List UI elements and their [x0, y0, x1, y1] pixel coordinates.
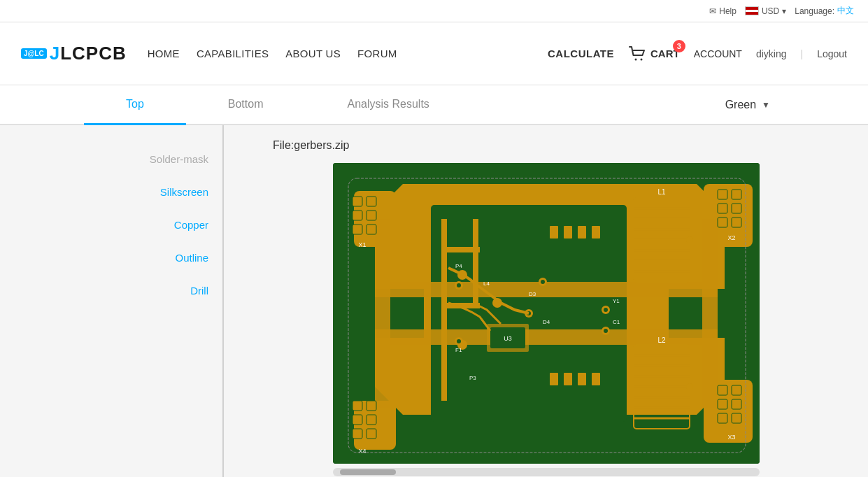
logo-badge: J@LC — [21, 48, 47, 59]
nav-home[interactable]: HOME — [148, 48, 180, 59]
svg-text:D4: D4 — [543, 319, 550, 325]
cart-area[interactable]: 3 CART — [628, 45, 680, 62]
svg-rect-23 — [550, 226, 558, 239]
tab-bottom[interactable]: Bottom — [186, 85, 306, 125]
svg-rect-54 — [367, 211, 376, 220]
svg-rect-59 — [367, 401, 376, 411]
svg-text:P4: P4 — [455, 263, 462, 269]
svg-rect-56 — [367, 225, 376, 234]
svg-point-40 — [686, 236, 693, 243]
logo-text: JLCPCB — [50, 43, 127, 64]
logo-rest: LCPCB — [60, 43, 127, 64]
currency-label: USD — [762, 6, 779, 16]
svg-text:L4: L4 — [483, 280, 490, 287]
nav-capabilities[interactable]: CAPABILITIES — [197, 48, 269, 59]
svg-point-90 — [457, 339, 461, 343]
account-label[interactable]: ACCOUNT — [694, 48, 742, 59]
header-right: CALCULATE 3 CART ACCOUNT diyking | Logou… — [548, 45, 847, 62]
svg-rect-28 — [564, 373, 572, 385]
sidebar: Solder-mask Silkscreen Copper Outline Dr… — [0, 125, 224, 477]
svg-text:P3: P3 — [469, 375, 476, 381]
pcb-area: File:gerbers.zip — [224, 125, 868, 477]
svg-text:F1: F1 — [455, 347, 462, 353]
svg-rect-10 — [375, 219, 390, 408]
file-label: File:gerbers.zip — [273, 139, 349, 152]
main-content: Solder-mask Silkscreen Copper Outline Dr… — [0, 125, 868, 477]
scroll-bar[interactable] — [333, 468, 760, 476]
svg-rect-70 — [732, 218, 741, 227]
help-label: Help — [719, 6, 737, 16]
svg-text:X2: X2 — [727, 234, 735, 241]
svg-rect-11 — [702, 219, 718, 408]
svg-text:Y1: Y1 — [613, 298, 620, 304]
color-selector[interactable]: Green ▼ — [725, 85, 784, 124]
tab-bar: Top Bottom Analysis Results Green ▼ — [0, 85, 868, 125]
svg-rect-63 — [367, 429, 376, 439]
pcb-viewer[interactable]: U3 L1 — [333, 163, 760, 464]
flag-icon — [745, 6, 759, 15]
svg-rect-26 — [592, 226, 600, 239]
currency-item[interactable]: USD ▾ — [745, 6, 786, 16]
svg-text:U3: U3 — [504, 335, 512, 342]
svg-rect-9 — [375, 329, 718, 345]
svg-rect-73 — [732, 385, 741, 395]
svg-rect-27 — [550, 373, 558, 385]
svg-text:X4: X4 — [358, 448, 366, 455]
pcb-svg: U3 L1 — [333, 163, 760, 464]
sidebar-item-outline[interactable]: Outline — [175, 252, 208, 264]
svg-text:L2: L2 — [657, 336, 666, 344]
svg-text:X1: X1 — [358, 241, 366, 248]
svg-rect-14 — [441, 247, 480, 252]
tab-top[interactable]: Top — [84, 85, 186, 125]
top-bar: ✉ Help USD ▾ Language: 中文 — [0, 0, 868, 22]
svg-rect-75 — [732, 399, 741, 409]
svg-rect-51 — [353, 197, 362, 206]
help-item[interactable]: ✉ Help — [709, 6, 737, 16]
sidebar-item-copper[interactable]: Copper — [174, 219, 208, 231]
sidebar-item-solder-mask: Solder-mask — [150, 153, 208, 165]
currency-arrow: ▾ — [782, 6, 786, 16]
logout-button[interactable]: Logout — [817, 48, 847, 59]
svg-text:X3: X3 — [727, 434, 735, 441]
nav-forum[interactable]: FORUM — [357, 48, 397, 59]
svg-point-98 — [604, 329, 608, 333]
svg-rect-66 — [732, 190, 741, 199]
language-value: 中文 — [837, 5, 854, 17]
user-label[interactable]: diyking — [756, 48, 787, 59]
logo-j: J — [50, 43, 60, 64]
language-item[interactable]: Language: 中文 — [795, 5, 854, 17]
svg-rect-68 — [732, 204, 741, 213]
svg-rect-72 — [718, 385, 727, 395]
main-nav: HOME CAPABILITIES ABOUT US FORUM — [148, 48, 548, 59]
cart-icon — [628, 45, 648, 62]
language-prefix: Language: — [795, 6, 834, 16]
svg-point-94 — [541, 280, 545, 284]
nav-about[interactable]: ABOUT US — [285, 48, 341, 59]
separator: | — [801, 48, 804, 59]
scroll-thumb[interactable] — [340, 469, 396, 475]
sidebar-item-silkscreen[interactable]: Silkscreen — [160, 186, 208, 198]
svg-point-0 — [635, 58, 637, 60]
svg-rect-67 — [718, 204, 727, 213]
svg-rect-65 — [718, 190, 727, 199]
svg-rect-13 — [473, 219, 478, 303]
tab-analysis[interactable]: Analysis Results — [305, 85, 471, 125]
svg-rect-69 — [718, 218, 727, 227]
cart-badge: 3 — [673, 40, 685, 52]
svg-text:D3: D3 — [529, 291, 536, 297]
svg-point-50 — [686, 383, 693, 390]
svg-rect-74 — [718, 399, 727, 409]
svg-rect-55 — [353, 225, 362, 234]
svg-rect-60 — [353, 415, 362, 425]
svg-rect-30 — [592, 373, 600, 385]
svg-rect-76 — [718, 413, 727, 423]
svg-point-1 — [641, 58, 643, 60]
color-dropdown-arrow: ▼ — [762, 100, 770, 110]
svg-text:L1: L1 — [657, 188, 666, 196]
logo-badge-text: J@LC — [24, 50, 44, 57]
calculate-button[interactable]: CALCULATE — [548, 48, 614, 59]
svg-point-96 — [604, 308, 608, 312]
svg-text:C1: C1 — [613, 319, 620, 325]
logo-area[interactable]: J@LC JLCPCB — [21, 43, 127, 64]
sidebar-item-drill[interactable]: Drill — [190, 285, 208, 297]
